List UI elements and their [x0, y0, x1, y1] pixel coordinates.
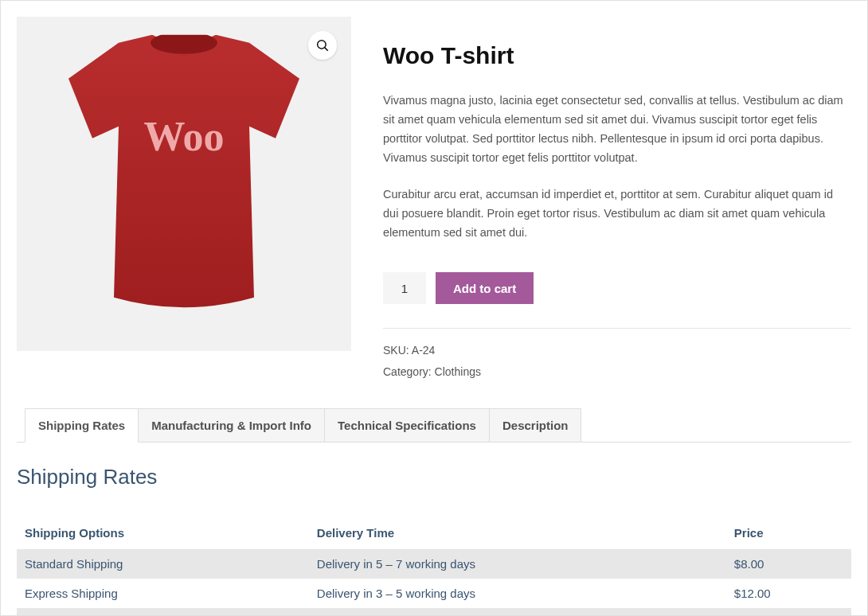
divider — [383, 328, 851, 329]
product-description-2: Curabitur arcu erat, accumsan id imperdi… — [383, 185, 851, 243]
tab-content-heading: Shipping Rates — [17, 465, 851, 489]
cell-time: Delivery in 3 – 5 working days — [309, 579, 726, 608]
product-title: Woo T-shirt — [383, 42, 851, 69]
th-shipping-options: Shipping Options — [17, 518, 309, 549]
category-label: Category: — [383, 365, 435, 378]
th-price: Price — [726, 518, 851, 549]
quantity-input[interactable] — [383, 272, 426, 304]
magnifier-icon — [315, 38, 330, 53]
cell-time: Delivery in 5 – 7 working days — [309, 549, 726, 579]
sku-value: A-24 — [412, 344, 436, 357]
cell-price: $8.00 — [726, 549, 851, 579]
svg-line-1 — [325, 48, 328, 51]
sku-label: SKU: — [383, 344, 412, 357]
tabs: Shipping Rates Manufacturing & Import In… — [17, 408, 851, 443]
svg-point-0 — [318, 41, 326, 49]
tab-shipping-rates[interactable]: Shipping Rates — [25, 408, 139, 443]
tab-technical-specifications[interactable]: Technical Specifications — [324, 408, 490, 442]
category-row: Category: Clothings — [383, 361, 851, 383]
cell-option: 1 – 2 days Shipping — [17, 608, 309, 616]
product-image[interactable]: Woo — [17, 17, 351, 351]
svg-text:Woo: Woo — [143, 114, 224, 159]
tshirt-image: Woo — [61, 35, 307, 322]
cell-option: Standard Shipping — [17, 549, 309, 579]
table-row: 1 – 2 days Shipping Delivery in 3 – 5 wo… — [17, 608, 851, 616]
table-row: Express Shipping Delivery in 3 – 5 worki… — [17, 579, 851, 608]
cell-time: Delivery in 3 – 5 working days — [309, 608, 726, 616]
cell-price: $12.00 — [726, 579, 851, 608]
tab-description[interactable]: Description — [489, 408, 582, 442]
table-row: Standard Shipping Delivery in 5 – 7 work… — [17, 549, 851, 579]
category-link[interactable]: Clothings — [435, 365, 481, 378]
add-to-cart-button[interactable]: Add to cart — [436, 272, 534, 304]
shipping-rates-table: Shipping Options Delivery Time Price Sta… — [17, 518, 851, 616]
cell-price: $18.00 — [726, 608, 851, 616]
tab-manufacturing-import[interactable]: Manufacturing & Import Info — [138, 408, 325, 442]
product-description-1: Vivamus magna justo, lacinia eget consec… — [383, 92, 851, 168]
cell-option: Express Shipping — [17, 579, 309, 608]
zoom-button[interactable] — [308, 31, 337, 60]
th-delivery-time: Delivery Time — [309, 518, 726, 549]
sku-row: SKU: A-24 — [383, 340, 851, 361]
